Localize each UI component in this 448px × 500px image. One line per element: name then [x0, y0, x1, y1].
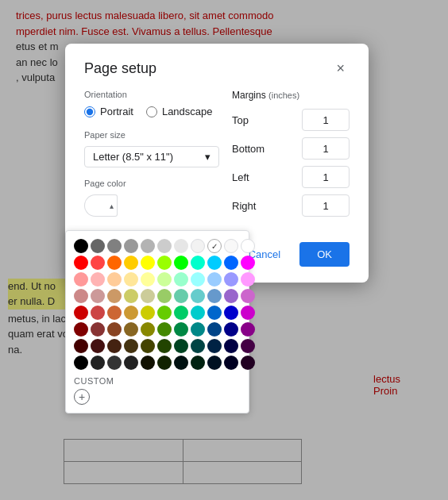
- color-dot[interactable]: [174, 306, 188, 320]
- portrait-radio[interactable]: [84, 106, 95, 117]
- color-dot[interactable]: [174, 239, 188, 253]
- color-dot[interactable]: [241, 272, 255, 287]
- color-dot[interactable]: [91, 239, 105, 253]
- color-dot[interactable]: [107, 289, 122, 303]
- color-dot[interactable]: [224, 356, 238, 370]
- color-dot[interactable]: [191, 339, 205, 353]
- color-dot[interactable]: [74, 306, 88, 320]
- color-dot[interactable]: [241, 306, 255, 320]
- color-dot[interactable]: [91, 256, 105, 270]
- color-dot[interactable]: [141, 289, 155, 303]
- color-dot[interactable]: [224, 322, 238, 337]
- color-dot[interactable]: [107, 256, 122, 270]
- color-dot[interactable]: [124, 289, 138, 303]
- color-swatch[interactable]: [84, 194, 106, 217]
- color-dot[interactable]: [207, 322, 222, 337]
- color-dot[interactable]: [124, 256, 138, 270]
- color-dot[interactable]: [74, 256, 88, 270]
- color-dot[interactable]: [91, 289, 105, 303]
- color-dot[interactable]: [141, 272, 155, 287]
- color-dot[interactable]: [74, 322, 88, 337]
- color-dot[interactable]: [107, 356, 122, 370]
- color-dot[interactable]: [157, 289, 172, 303]
- color-dot[interactable]: [174, 322, 188, 337]
- color-dot[interactable]: [224, 239, 238, 253]
- add-custom-section[interactable]: +: [74, 389, 241, 405]
- color-dot[interactable]: [91, 306, 105, 320]
- color-dot[interactable]: [241, 256, 255, 270]
- left-input[interactable]: [302, 166, 350, 188]
- ok-button[interactable]: OK: [299, 242, 350, 267]
- color-dot[interactable]: [241, 356, 255, 370]
- color-dot[interactable]: [174, 339, 188, 353]
- color-dot[interactable]: [124, 322, 138, 337]
- color-dot[interactable]: [174, 272, 188, 287]
- color-dot[interactable]: [191, 272, 205, 287]
- portrait-option[interactable]: Portrait: [84, 106, 133, 117]
- color-dot[interactable]: [174, 256, 188, 270]
- color-dot[interactable]: [124, 239, 138, 253]
- close-button[interactable]: ×: [331, 60, 350, 77]
- color-dot[interactable]: [141, 239, 155, 253]
- color-dot[interactable]: [191, 306, 205, 320]
- color-dot[interactable]: [191, 356, 205, 370]
- color-dot[interactable]: [207, 256, 222, 270]
- color-dot[interactable]: [107, 322, 122, 337]
- color-dot[interactable]: [74, 272, 88, 287]
- color-dot[interactable]: [207, 356, 222, 370]
- color-dot[interactable]: [241, 239, 255, 253]
- color-dot[interactable]: [207, 289, 222, 303]
- color-dot[interactable]: [107, 339, 122, 353]
- color-dot[interactable]: [74, 339, 88, 353]
- color-dot[interactable]: [124, 339, 138, 353]
- landscape-option[interactable]: Landscape: [146, 106, 213, 117]
- color-dot[interactable]: [157, 256, 172, 270]
- color-dot[interactable]: [207, 239, 222, 253]
- color-dot[interactable]: [224, 306, 238, 320]
- color-dot[interactable]: [191, 239, 205, 253]
- top-input[interactable]: [302, 109, 350, 131]
- color-dot[interactable]: [174, 356, 188, 370]
- color-dot[interactable]: [141, 306, 155, 320]
- color-dot[interactable]: [74, 289, 88, 303]
- color-dot[interactable]: [141, 322, 155, 337]
- landscape-radio[interactable]: [146, 106, 157, 117]
- color-dot[interactable]: [191, 289, 205, 303]
- color-dot[interactable]: [91, 339, 105, 353]
- color-dot[interactable]: [241, 289, 255, 303]
- color-dot[interactable]: [107, 239, 122, 253]
- color-dot[interactable]: [74, 356, 88, 370]
- color-dot[interactable]: [191, 256, 205, 270]
- color-dot[interactable]: [241, 339, 255, 353]
- color-dot[interactable]: [224, 339, 238, 353]
- paper-size-select[interactable]: Letter (8.5" x 11") ▾: [84, 146, 219, 167]
- color-dot[interactable]: [157, 272, 172, 287]
- color-dot[interactable]: [207, 306, 222, 320]
- color-dot[interactable]: [157, 339, 172, 353]
- color-dot[interactable]: [224, 272, 238, 287]
- color-dot[interactable]: [124, 272, 138, 287]
- color-dot[interactable]: [207, 272, 222, 287]
- color-dot[interactable]: [157, 322, 172, 337]
- color-dot[interactable]: [174, 289, 188, 303]
- color-dropdown-button[interactable]: ▴: [106, 194, 118, 217]
- color-dot[interactable]: [157, 239, 172, 253]
- color-dot[interactable]: [124, 306, 138, 320]
- color-dot[interactable]: [141, 356, 155, 370]
- color-dot[interactable]: [224, 256, 238, 270]
- color-dot[interactable]: [91, 356, 105, 370]
- color-dot[interactable]: [157, 306, 172, 320]
- bottom-input[interactable]: [302, 137, 350, 160]
- add-custom-icon[interactable]: +: [74, 389, 90, 405]
- color-dot[interactable]: [107, 272, 122, 287]
- color-dot[interactable]: [141, 256, 155, 270]
- color-dot[interactable]: [74, 239, 88, 253]
- color-dot[interactable]: [91, 322, 105, 337]
- color-dot[interactable]: [124, 356, 138, 370]
- custom-section[interactable]: CUSTOM: [74, 376, 241, 386]
- color-dot[interactable]: [207, 339, 222, 353]
- color-dot[interactable]: [107, 306, 122, 320]
- color-dot[interactable]: [91, 272, 105, 287]
- color-dot[interactable]: [157, 356, 172, 370]
- color-dot[interactable]: [191, 322, 205, 337]
